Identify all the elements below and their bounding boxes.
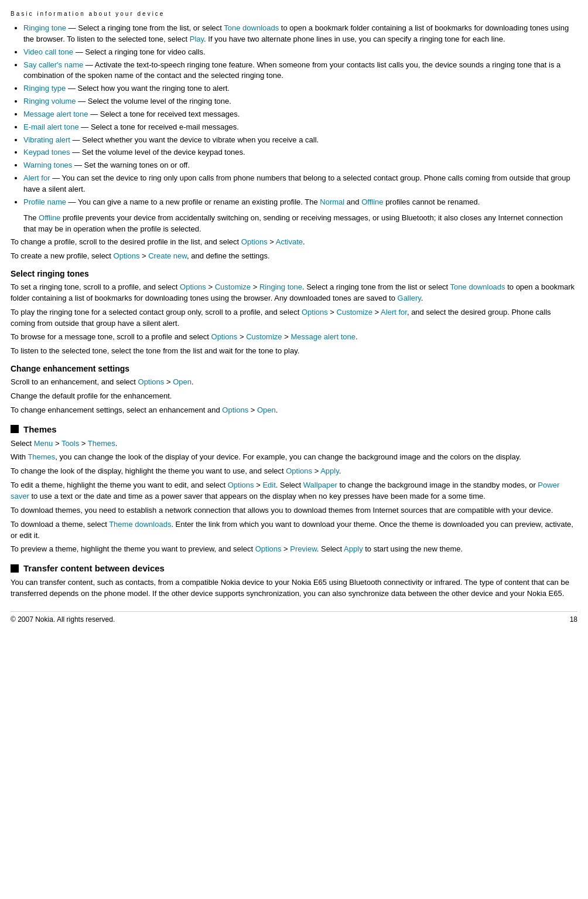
text-alert-for: — You can set the device to ring only up… bbox=[23, 173, 570, 193]
text-ringing-tone-1: — Select a ringing tone from the list, o… bbox=[66, 23, 224, 32]
th-p2-end: , you can change the look of the display… bbox=[55, 452, 521, 461]
th-p7-end: to start using the new theme. bbox=[363, 544, 463, 553]
themes-para2: With Themes, you can change the look of … bbox=[11, 452, 577, 463]
text-warning-tones: — Set the warning tones on or off. bbox=[72, 161, 190, 169]
term-keypad-tones: Keypad tones bbox=[23, 148, 70, 156]
rt-p3-end: . bbox=[355, 332, 358, 341]
th-p1-link1: Menu bbox=[34, 439, 53, 448]
th-p3-sep1: > bbox=[312, 466, 320, 475]
create-profile-end: , and define the settings. bbox=[187, 251, 270, 260]
select-ringing-tones-heading: Select ringing tones bbox=[11, 269, 577, 278]
bullet-list: Ringing tone — Select a ringing tone fro… bbox=[11, 23, 577, 208]
transfer-heading-text: Transfer content between devices bbox=[23, 563, 165, 573]
create-profile-create-new: Create new bbox=[148, 251, 187, 260]
change-profile-text: To change a profile, scroll to the desir… bbox=[11, 237, 241, 246]
list-item-ringing-volume: Ringing volume — Select the volume level… bbox=[23, 96, 577, 107]
th-p7-mid: . Select bbox=[317, 544, 344, 553]
enh-p3-link2: Open bbox=[257, 406, 276, 414]
term-say-callers-name: Say caller's name bbox=[23, 60, 83, 69]
link-offline: Offline bbox=[361, 197, 383, 206]
list-item-email-alert-tone: E-mail alert tone — Select a tone for re… bbox=[23, 122, 577, 133]
th-p1-end: . bbox=[115, 439, 118, 448]
list-item-warning-tones: Warning tones — Set the warning tones on… bbox=[23, 160, 577, 171]
themes-heading-text: Themes bbox=[23, 424, 57, 434]
transfer-square-icon bbox=[11, 564, 19, 573]
th-p6-link1: Theme downloads bbox=[109, 520, 171, 529]
th-p3-end: . bbox=[339, 466, 341, 475]
rt-p3-sep2: > bbox=[282, 332, 291, 341]
copyright-text: © 2007 Nokia. All rights reserved. bbox=[11, 615, 115, 624]
page-number: 18 bbox=[570, 615, 577, 624]
page-footer: © 2007 Nokia. All rights reserved. 18 bbox=[11, 611, 577, 624]
term-message-alert-tone: Message alert tone bbox=[23, 110, 88, 118]
rt-p2-link3: Alert for bbox=[381, 308, 407, 316]
themes-para5: To download themes, you need to establis… bbox=[11, 505, 577, 516]
th-p1-sep2: > bbox=[79, 439, 88, 448]
th-p4-end: to use a text or the date and time as a … bbox=[29, 492, 486, 500]
th-p4-text1: To edit a theme, highlight the theme you… bbox=[11, 481, 228, 489]
text-profile-name-1: — You can give a name to a new profile o… bbox=[66, 197, 320, 206]
th-p7-sep1: > bbox=[282, 544, 290, 553]
term-warning-tones: Warning tones bbox=[23, 161, 72, 169]
change-profile-options: Options bbox=[241, 237, 268, 246]
term-vibrating-alert: Vibrating alert bbox=[23, 135, 70, 144]
text-message-alert-tone: — Select a tone for received text messag… bbox=[88, 110, 240, 118]
th-p4-link2: Edit bbox=[262, 481, 275, 489]
enh-p3-sep1: > bbox=[248, 406, 257, 414]
th-p7-link1: Options bbox=[255, 544, 282, 553]
th-p3-link1: Options bbox=[286, 466, 312, 475]
list-item-say-callers-name: Say caller's name — Activate the text-to… bbox=[23, 60, 577, 82]
term-email-alert-tone: E-mail alert tone bbox=[23, 122, 79, 131]
enh-p3-end: . bbox=[276, 406, 278, 414]
term-ringing-volume: Ringing volume bbox=[23, 97, 76, 105]
enh-p1-link1: Options bbox=[138, 377, 165, 386]
rt-p1-sep2: > bbox=[251, 282, 259, 291]
enh-p1-end: . bbox=[192, 377, 194, 386]
themes-square-icon bbox=[11, 425, 19, 433]
th-p2-text1: With bbox=[11, 452, 28, 461]
enhancement-para2: Change the default profile for the enhan… bbox=[11, 391, 577, 402]
list-item-profile-name: Profile name — You can give a name to a … bbox=[23, 197, 577, 208]
link-play: Play bbox=[190, 35, 204, 43]
list-item-alert-for: Alert for — You can set the device to ri… bbox=[23, 173, 577, 195]
text-keypad-tones: — Set the volume level of the device key… bbox=[70, 148, 245, 156]
ringing-tones-para3: To browse for a message tone, scroll to … bbox=[11, 332, 577, 343]
enhancement-para1: Scroll to an enhancement, and select Opt… bbox=[11, 377, 577, 388]
text-profile-name-3: profiles cannot be renamed. bbox=[384, 197, 480, 206]
rt-p2-sep2: > bbox=[372, 308, 381, 316]
th-p4-link1: Options bbox=[228, 481, 254, 489]
themes-para1: Select Menu > Tools > Themes. bbox=[11, 438, 577, 450]
rt-p1-link2: Customize bbox=[215, 282, 251, 291]
text-profile-name-2: and bbox=[344, 197, 361, 206]
term-ringing-type: Ringing type bbox=[23, 84, 66, 93]
th-p7-link3: Apply bbox=[344, 544, 363, 553]
change-profile-para: To change a profile, scroll to the desir… bbox=[11, 237, 577, 248]
th-p1-sep1: > bbox=[53, 439, 61, 448]
offline-link: Offline bbox=[39, 213, 60, 222]
rt-p1-text1: To set a ringing tone, scroll to a profi… bbox=[11, 282, 180, 291]
rt-p2-link2: Customize bbox=[337, 308, 372, 316]
link-tone-downloads: Tone downloads bbox=[224, 23, 279, 32]
th-p2-link1: Themes bbox=[28, 452, 55, 461]
th-p4-sep1: > bbox=[254, 481, 263, 489]
th-p3-link2: Apply bbox=[320, 466, 339, 475]
themes-para6: To download a theme, select Theme downlo… bbox=[11, 519, 577, 542]
create-profile-options: Options bbox=[114, 251, 140, 260]
enh-p1-sep1: > bbox=[164, 377, 173, 386]
text-email-alert-tone: — Select a tone for received e-mail mess… bbox=[79, 122, 239, 131]
transfer-content-heading: Transfer content between devices bbox=[11, 563, 577, 573]
change-enhancement-heading: Change enhancement settings bbox=[11, 364, 577, 373]
th-p4-mid: . Select bbox=[276, 481, 303, 489]
rt-p1-end: . bbox=[421, 294, 423, 302]
enh-p1-text: Scroll to an enhancement, and select bbox=[11, 377, 138, 386]
th-p7-link2: Preview bbox=[290, 544, 317, 553]
ringing-tones-para1: To set a ringing tone, scroll to a profi… bbox=[11, 282, 577, 304]
rt-p3-link1: Options bbox=[211, 332, 238, 341]
link-normal: Normal bbox=[320, 197, 344, 206]
rt-p3-sep1: > bbox=[237, 332, 246, 341]
change-profile-end: . bbox=[303, 237, 305, 246]
list-item-keypad-tones: Keypad tones — Set the volume level of t… bbox=[23, 147, 577, 158]
enh-p3-text: To change enhancement settings, select a… bbox=[11, 406, 222, 414]
themes-para4: To edit a theme, highlight the theme you… bbox=[11, 480, 577, 502]
text-say-callers-name: — Activate the text-to-speech ringing to… bbox=[23, 60, 560, 80]
